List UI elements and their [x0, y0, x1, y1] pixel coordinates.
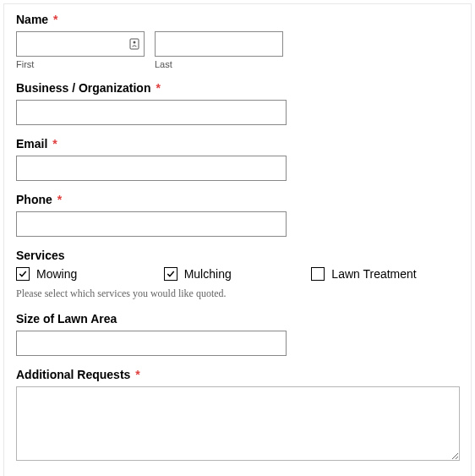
mulching-checkbox[interactable] [164, 267, 177, 281]
business-field-group: Business / Organization * [16, 81, 459, 125]
lawn-size-input[interactable] [16, 331, 287, 356]
business-label: Business / Organization * [16, 81, 459, 95]
lawn-treatment-label: Lawn Treatment [331, 267, 416, 281]
last-name-col: Last [155, 31, 283, 69]
name-field-group: Name * First Las [16, 13, 459, 69]
first-name-wrap [16, 31, 145, 57]
phone-label: Phone * [16, 193, 459, 206]
business-label-text: Business / Organization [16, 81, 150, 95]
service-item-mulching: Mulching [164, 267, 312, 281]
service-item-mowing: Mowing [16, 267, 164, 281]
additional-textarea[interactable] [16, 386, 460, 461]
service-item-lawn-treatment: Lawn Treatment [311, 267, 459, 281]
lawn-size-field-group: Size of Lawn Area [16, 312, 459, 356]
phone-input[interactable] [16, 211, 287, 237]
required-marker: * [53, 13, 57, 26]
required-marker: * [156, 81, 160, 95]
last-name-sublabel: Last [155, 59, 283, 69]
services-field-group: Services Mowing Mulching Lawn Treatment [16, 249, 459, 281]
mowing-checkbox[interactable] [16, 267, 30, 281]
mulching-label: Mulching [184, 267, 232, 281]
services-hint: Please select which services you would l… [16, 287, 459, 300]
first-name-input[interactable] [16, 31, 145, 57]
lawn-size-label: Size of Lawn Area [16, 312, 459, 326]
name-label-text: Name [16, 13, 48, 26]
business-input[interactable] [16, 100, 287, 125]
additional-field-group: Additional Requests * [16, 368, 459, 464]
required-marker: * [57, 193, 62, 206]
first-name-sublabel: First [16, 59, 145, 69]
email-field-group: Email * [16, 137, 459, 181]
phone-field-group: Phone * [16, 193, 459, 237]
quote-form: Name * First Las [3, 3, 472, 476]
required-marker: * [52, 137, 57, 150]
email-input[interactable] [16, 156, 287, 181]
additional-label-text: Additional Requests [16, 368, 130, 381]
phone-label-text: Phone [16, 193, 52, 206]
services-row: Mowing Mulching Lawn Treatment [16, 267, 459, 281]
name-row: First Last [16, 31, 459, 69]
last-name-input[interactable] [155, 31, 283, 57]
mowing-label: Mowing [36, 267, 77, 281]
first-name-col: First [16, 31, 145, 69]
required-marker: * [135, 368, 139, 381]
lawn-treatment-checkbox[interactable] [311, 267, 325, 281]
services-label: Services [16, 249, 459, 262]
name-label: Name * [16, 13, 459, 26]
email-label-text: Email [16, 137, 47, 150]
additional-label: Additional Requests * [16, 368, 459, 381]
email-label: Email * [16, 137, 459, 150]
